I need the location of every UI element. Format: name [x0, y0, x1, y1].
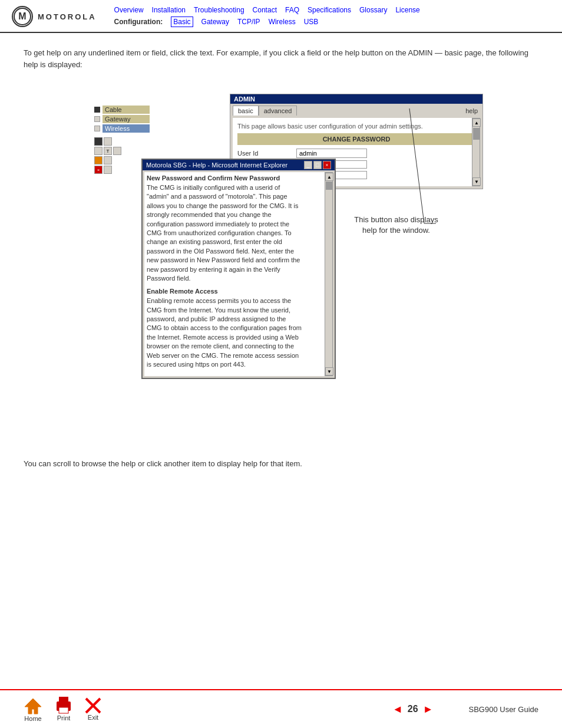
nav-specifications[interactable]: Specifications: [308, 6, 351, 14]
intro-paragraph: To get help on any underlined item or fi…: [24, 47, 538, 70]
help-minimize-btn[interactable]: _: [304, 161, 312, 169]
sidebar-icon-7: [104, 156, 112, 164]
prev-page-arrow[interactable]: ◄: [392, 703, 403, 716]
svg-rect-7: [59, 707, 68, 713]
nav-installation[interactable]: Installation: [152, 6, 186, 14]
sidebar-gateway[interactable]: Gateway: [94, 115, 162, 123]
motorola-wordmark: MOTOROLA: [38, 12, 97, 21]
nav-tcpip[interactable]: TCP/IP: [237, 18, 260, 26]
admin-tab-advanced[interactable]: advanced: [259, 106, 297, 116]
page-footer: Home Print Exit ◄ 26 ► SBG900 User Guide: [0, 689, 562, 728]
nav-area: Overview Installation Troubleshooting Co…: [114, 6, 420, 27]
help-field-label-2: Enable Remote Access: [147, 288, 302, 295]
admin-description: This page allows basic user configuratio…: [237, 123, 475, 130]
bottom-text: You can scroll to browse the help or cli…: [24, 459, 538, 468]
svg-text:M: M: [18, 11, 26, 21]
home-icon: [24, 696, 42, 715]
help-field-label-1: New Password and Confirm New Password: [147, 174, 302, 182]
exit-icon: [85, 697, 101, 714]
nav-glossary[interactable]: Glossary: [359, 6, 387, 14]
userid-row: User Id: [237, 149, 475, 158]
sidebar-icon-5: [113, 147, 121, 155]
footer-exit[interactable]: Exit: [85, 697, 101, 721]
sidebar-icon-3: [94, 147, 103, 155]
sidebar-icon-1: [94, 137, 103, 146]
help-field-row-2: Enable Remote Access Enabling remote acc…: [147, 288, 302, 369]
nav-troubleshooting[interactable]: Troubleshooting: [194, 6, 244, 14]
help-scroll-down[interactable]: ▼: [325, 367, 333, 375]
footer-nav: ◄ 26 ►: [392, 703, 433, 716]
nav-faq[interactable]: FAQ: [285, 6, 299, 14]
print-label: Print: [57, 714, 71, 722]
sidebar-cable-label: Cable: [103, 106, 150, 114]
help-maximize-btn[interactable]: □: [313, 161, 322, 169]
help-close-btn[interactable]: ×: [323, 161, 331, 169]
nav-contact[interactable]: Contact: [253, 6, 277, 14]
sidebar-icon-6: [94, 156, 103, 164]
nav-basic[interactable]: Basic: [171, 17, 193, 27]
svg-rect-6: [59, 697, 68, 703]
guide-title: SBG900 User Guide: [468, 705, 538, 714]
help-content-area: New Password and Confirm New Password Th…: [147, 174, 312, 374]
wireless-checkbox: [94, 126, 100, 131]
nav-wireless[interactable]: Wireless: [269, 18, 296, 26]
print-icon: [54, 697, 73, 714]
sidebar-icon-9: [104, 166, 112, 174]
change-password-bar: CHANGE PASSWORD: [237, 133, 475, 145]
sidebar-gateway-label: Gateway: [103, 115, 150, 123]
admin-scroll-up[interactable]: ▲: [472, 118, 481, 127]
admin-scrollbar[interactable]: ▲ ▼: [472, 118, 480, 186]
help-titlebar: Motorola SBG - Help - Microsoft Internet…: [143, 160, 335, 170]
cable-checkbox: [94, 107, 100, 113]
intro-text: To get help on any underlined item or fi…: [24, 48, 528, 69]
nav-usb[interactable]: USB: [304, 18, 319, 26]
sidebar-icon-2: [104, 137, 112, 146]
sidebar-wireless[interactable]: Wireless: [94, 124, 162, 133]
userid-label: User Id: [237, 150, 296, 157]
help-scroll-thumb: [326, 182, 333, 190]
admin-help-tab[interactable]: help: [463, 106, 480, 116]
nav-overview[interactable]: Overview: [114, 6, 144, 14]
sidebar-icon-4: T: [104, 147, 112, 155]
help-title-text: Motorola SBG - Help - Microsoft Internet…: [146, 162, 287, 169]
help-content-2: Enabling remote access permits you to ac…: [147, 297, 302, 369]
page-header: M MOTOROLA Overview Installation Trouble…: [0, 0, 562, 33]
sidebar-wireless-label: Wireless: [103, 124, 150, 133]
help-scroll-up[interactable]: ▲: [325, 173, 333, 181]
gateway-checkbox: [94, 116, 100, 122]
footer-home[interactable]: Home: [24, 696, 42, 722]
page-number: 26: [408, 704, 418, 714]
help-title-buttons: _ □ ×: [304, 161, 331, 169]
sidebar-icon-8: ×: [94, 166, 103, 174]
next-page-arrow[interactable]: ►: [423, 703, 434, 716]
footer-print[interactable]: Print: [54, 697, 73, 722]
nav-gateway[interactable]: Gateway: [201, 18, 229, 26]
logo-area: M MOTOROLA: [12, 6, 97, 27]
nav-bottom-row: Configuration: Basic Gateway TCP/IP Wire…: [114, 17, 420, 27]
admin-scroll-down[interactable]: ▼: [472, 177, 481, 186]
sidebar-cable[interactable]: Cable: [94, 106, 162, 114]
screenshot-area: Cable Gateway Wireless T: [24, 82, 538, 447]
home-label: Home: [24, 715, 41, 722]
help-popup-window: Motorola SBG - Help - Microsoft Internet…: [141, 159, 336, 379]
motorola-m-logo: M: [12, 6, 33, 27]
admin-titlebar: ADMIN: [230, 94, 482, 104]
button-help-annotation: This button also displays help for the w…: [351, 215, 442, 236]
help-field-row-1: New Password and Confirm New Password Th…: [147, 174, 302, 283]
svg-marker-4: [25, 699, 41, 714]
nav-top-row: Overview Installation Troubleshooting Co…: [114, 6, 420, 14]
exit-label: Exit: [88, 714, 98, 721]
admin-tab-basic[interactable]: basic: [233, 106, 259, 116]
configuration-label: Configuration:: [114, 18, 163, 26]
admin-scroll-thumb: [473, 128, 480, 140]
userid-input[interactable]: [296, 149, 367, 158]
nav-license[interactable]: License: [395, 6, 419, 14]
help-scrollbar[interactable]: ▲ ▼: [325, 172, 333, 376]
main-content: To get help on any underlined item or fi…: [0, 33, 562, 480]
help-content-1: The CMG is initially configured with a u…: [147, 183, 302, 283]
admin-title-text: ADMIN: [234, 95, 255, 103]
